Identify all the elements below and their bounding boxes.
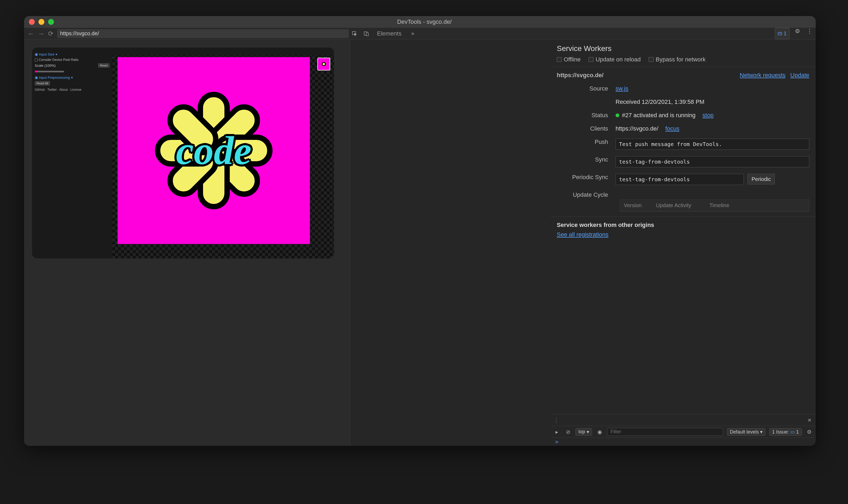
close-window-button[interactable] (29, 19, 35, 25)
console-filter-input[interactable] (607, 428, 723, 436)
art-text: code (176, 128, 252, 174)
input-size-section[interactable]: ▣ Input Size ▾ (35, 52, 109, 56)
drawer-close-button[interactable]: × (803, 416, 816, 424)
console-prompt[interactable]: > (550, 438, 816, 446)
issues-badge[interactable]: 1 (775, 28, 790, 39)
network-requests-link[interactable]: Network requests (740, 72, 785, 79)
svgcode-toolbar (112, 48, 334, 55)
update-link[interactable]: Update (790, 72, 809, 79)
devtools-window: DevTools - svgco.de/ ← → ⟳ https://svgco… (24, 16, 816, 446)
other-origins-heading: Service workers from other origins (557, 221, 654, 228)
scale-slider[interactable] (35, 71, 64, 72)
svgcode-sidebar: ▣ Input Size ▾ Consider Device Pixel Rat… (32, 48, 112, 258)
svgcode-app: ▣ Input Size ▾ Consider Device Pixel Rat… (32, 48, 334, 258)
source-label: Source (557, 85, 616, 92)
kebab-menu-icon[interactable]: ⋮ (807, 28, 812, 39)
push-input[interactable] (616, 139, 809, 150)
svgcode-footer-links[interactable]: GitHub · Twitter · About · License (35, 88, 109, 92)
svgcode-canvas: code (112, 48, 334, 258)
zoom-window-button[interactable] (48, 19, 54, 25)
reset-button[interactable]: Reset (98, 63, 109, 68)
bypass-network-checkbox[interactable]: Bypass for network (649, 56, 706, 63)
clients-label: Clients (557, 125, 616, 132)
push-label: Push (557, 139, 616, 150)
minimize-window-button[interactable] (38, 19, 44, 25)
application-sidebar (350, 39, 550, 446)
periodic-sync-input[interactable] (616, 174, 744, 185)
clients-value: https://svgco.de/ (616, 125, 658, 132)
periodic-sync-button[interactable]: Periodic (747, 174, 775, 184)
sync-label: Sync (557, 156, 616, 167)
status-dot-icon (616, 113, 619, 117)
preprocessing-section[interactable]: ▣ Input Preprocessing ▾ (35, 75, 109, 79)
browser-toolbar: ← → ⟳ https://svgco.de/ Elements » 1 ⚙ ⋮ (24, 28, 816, 39)
sw-heading: Service Workers (550, 39, 816, 55)
svg-rect-2 (366, 33, 368, 36)
window-title: DevTools - svgco.de/ (54, 18, 795, 25)
drawer: ⋮ × ▸ ⊘ top ▾ ◉ Default levels ▾ 1 Issue… (550, 414, 816, 446)
pixel-ratio-label: Consider Device Pixel Ratio (39, 58, 79, 62)
source-link[interactable]: sw.js (616, 85, 628, 92)
inspect-element-icon[interactable] (349, 28, 360, 39)
see-all-registrations-link[interactable]: See all registrations (557, 231, 809, 238)
devtools-tabs: Elements » 1 ⚙ ⋮ (348, 28, 816, 39)
console-issues-badge[interactable]: 1 Issue: ▭ 1 (769, 428, 802, 436)
issues-count: 1 (784, 31, 786, 37)
svg-rect-3 (778, 32, 782, 35)
traffic-lights (29, 19, 54, 25)
drawer-menu-icon[interactable]: ⋮ (550, 417, 562, 424)
service-workers-panel: Service Workers Offline Update on reload… (550, 39, 816, 446)
titlebar: DevTools - svgco.de/ (24, 16, 816, 28)
url-bar[interactable]: https://svgco.de/ (57, 29, 348, 38)
update-cycle-table: VersionUpdate ActivityTimeline (620, 199, 809, 212)
execution-context-selector[interactable]: top ▾ (575, 428, 592, 436)
scale-label: Scale (100%) (35, 64, 97, 68)
svgcode-logo-chip (317, 58, 330, 71)
live-expression-icon[interactable]: ◉ (596, 429, 603, 435)
reset-all-button[interactable]: Reset All (35, 81, 50, 86)
console-settings-icon[interactable]: ⚙ (806, 429, 813, 435)
status-label: Status (557, 112, 616, 119)
tab-elements[interactable]: Elements (372, 28, 406, 39)
sw-origin: https://svgco.de/ (557, 72, 604, 79)
status-text: #27 activated and is running (622, 112, 695, 119)
settings-gear-icon[interactable]: ⚙ (795, 28, 800, 39)
focus-link[interactable]: focus (665, 125, 679, 132)
pixel-ratio-checkbox[interactable] (35, 58, 38, 61)
update-on-reload-checkbox[interactable]: Update on reload (589, 56, 641, 63)
reload-button[interactable]: ⟳ (48, 30, 53, 37)
stop-link[interactable]: stop (703, 112, 714, 119)
back-button[interactable]: ← (28, 30, 34, 37)
forward-button[interactable]: → (38, 30, 44, 37)
device-toggle-icon[interactable] (360, 28, 372, 39)
flower-artwork: code (152, 89, 275, 212)
log-levels-selector[interactable]: Default levels ▾ (727, 428, 765, 436)
offline-checkbox[interactable]: Offline (557, 56, 581, 63)
svg-point-6 (322, 62, 325, 66)
clear-console-icon[interactable]: ⊘ (564, 429, 572, 435)
periodic-sync-label: Periodic Sync (557, 174, 616, 185)
more-tabs-button[interactable]: » (406, 28, 419, 39)
inspected-page: ▣ Input Size ▾ Consider Device Pixel Rat… (24, 39, 350, 446)
update-cycle-label: Update Cycle (557, 192, 616, 198)
received-text: Received 12/20/2021, 1:39:58 PM (616, 98, 809, 105)
console-sidebar-toggle-icon[interactable]: ▸ (553, 429, 560, 435)
sync-input[interactable] (616, 156, 809, 167)
